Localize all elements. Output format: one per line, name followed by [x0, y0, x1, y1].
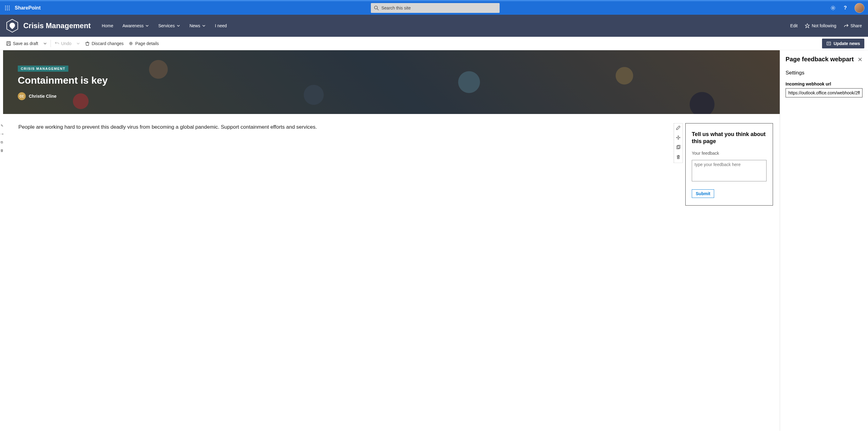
delete-section-icon[interactable]: 🗑	[0, 148, 4, 152]
svg-point-6	[5, 9, 6, 10]
star-icon	[805, 23, 810, 28]
canvas-rail: ✎ ⇢ ⧉ 🗑	[0, 124, 4, 152]
svg-point-11	[832, 7, 834, 9]
user-avatar[interactable]	[855, 3, 864, 13]
edit-button[interactable]: Edit	[790, 23, 798, 28]
svg-point-9	[375, 6, 378, 9]
feedback-webpart[interactable]: Tell us what you think about this page Y…	[685, 123, 773, 206]
search-placeholder: Search this site	[381, 5, 411, 10]
hero-banner: CRISIS MANAGEMENT Containment is key CC …	[3, 50, 780, 114]
close-icon[interactable]	[858, 56, 863, 63]
move-section-icon[interactable]: ⇢	[1, 132, 3, 136]
webhook-label: Incoming webhook url	[785, 81, 863, 87]
feedback-label: Your feedback	[692, 151, 767, 156]
property-pane: Page feedback webpart Settings Incoming …	[780, 50, 868, 431]
svg-rect-16	[7, 44, 10, 45]
nav-news[interactable]: News	[189, 23, 206, 28]
gear-icon	[128, 41, 133, 46]
submit-button[interactable]: Submit	[692, 189, 714, 198]
author-name: Christie Cline	[29, 94, 56, 99]
brand-label[interactable]: SharePoint	[15, 5, 40, 11]
svg-rect-18	[827, 42, 831, 45]
chevron-down-icon	[76, 42, 80, 45]
author-row[interactable]: CC Christie Cline	[18, 92, 765, 100]
svg-point-8	[9, 9, 10, 10]
chevron-down-icon	[202, 24, 206, 28]
page-details-button[interactable]: Page details	[126, 41, 161, 46]
svg-text:?: ?	[844, 5, 847, 10]
save-icon	[6, 41, 11, 46]
feedback-title: Tell us what you think about this page	[692, 131, 767, 145]
nav-awareness[interactable]: Awareness	[122, 23, 149, 28]
svg-point-7	[7, 9, 8, 10]
edit-webpart-icon[interactable]	[676, 125, 681, 131]
site-logo-icon[interactable]	[6, 19, 19, 33]
search-input[interactable]: Search this site	[371, 3, 500, 13]
svg-line-10	[377, 9, 379, 10]
hero-category-tag: CRISIS MANAGEMENT	[18, 66, 68, 72]
duplicate-webpart-icon[interactable]	[676, 145, 681, 151]
news-icon	[826, 41, 831, 46]
undo-button[interactable]: Undo	[52, 41, 74, 46]
undo-dropdown[interactable]	[74, 42, 83, 45]
webpart-toolbar	[674, 123, 683, 163]
pane-settings-heading: Settings	[785, 70, 863, 76]
app-launcher-icon[interactable]	[4, 4, 11, 12]
undo-icon	[55, 41, 59, 46]
svg-point-5	[9, 8, 10, 8]
author-avatar: CC	[18, 92, 26, 100]
chevron-down-icon	[43, 42, 47, 45]
pane-title: Page feedback webpart	[785, 56, 854, 63]
chevron-down-icon	[177, 24, 180, 28]
page-title[interactable]: Containment is key	[18, 75, 765, 86]
delete-webpart-icon[interactable]	[676, 155, 681, 161]
share-button[interactable]: Share	[844, 23, 862, 28]
save-draft-dropdown[interactable]	[41, 42, 49, 45]
body-text[interactable]: People are working hard to prevent this …	[19, 123, 671, 206]
svg-point-1	[7, 6, 8, 7]
nav-ineed[interactable]: I need	[215, 23, 227, 28]
discard-button[interactable]: Discard changes	[83, 41, 126, 46]
webhook-input[interactable]	[785, 88, 863, 97]
chevron-down-icon	[145, 24, 149, 28]
follow-button[interactable]: Not following	[805, 23, 836, 28]
nav-home[interactable]: Home	[102, 23, 113, 28]
settings-icon[interactable]	[830, 5, 836, 11]
svg-point-4	[7, 8, 8, 8]
svg-point-3	[5, 8, 6, 8]
share-icon	[844, 23, 849, 28]
update-news-button[interactable]: Update news	[822, 39, 864, 48]
move-webpart-icon[interactable]	[676, 135, 681, 141]
svg-point-17	[130, 42, 132, 44]
save-draft-button[interactable]: Save as draft	[4, 41, 41, 46]
help-icon[interactable]: ?	[842, 5, 848, 11]
nav-services[interactable]: Services	[158, 23, 180, 28]
svg-point-0	[5, 6, 6, 7]
site-title[interactable]: Crisis Management	[23, 22, 91, 30]
search-icon	[374, 5, 379, 10]
duplicate-section-icon[interactable]: ⧉	[1, 140, 3, 144]
feedback-textarea[interactable]	[692, 160, 767, 181]
edit-section-icon[interactable]: ✎	[1, 124, 3, 128]
discard-icon	[85, 41, 90, 46]
svg-point-2	[9, 6, 10, 7]
